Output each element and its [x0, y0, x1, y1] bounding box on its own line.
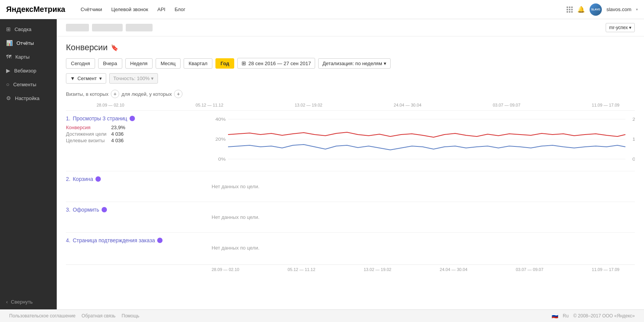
sidebar: ⊞ Сводка 📊 Отчёты 🗺 Карты ▶ Вебвизор ○ С… — [0, 19, 57, 309]
segment-label: Сегмент — [77, 76, 97, 81]
breadcrumb-bar: mr-успех ▾ — [57, 19, 644, 36]
account-select[interactable]: mr-успех ▾ — [606, 23, 635, 32]
add-filter-button[interactable]: + — [111, 90, 119, 98]
sidebar-item-karty[interactable]: 🗺 Карты — [0, 50, 57, 64]
collapse-button[interactable]: ‹ Свернуть — [6, 299, 51, 305]
goal-item-3: 3. Оформить Нет данных по цели. — [66, 202, 635, 232]
footer: Пользовательское соглашение Обратная свя… — [0, 309, 644, 322]
sidebar-item-segmenty[interactable]: ○ Сегменты — [0, 77, 57, 91]
no-data-text: Нет данных по цели. — [212, 237, 635, 258]
goal-no-data-2: Нет данных по цели. — [212, 176, 635, 197]
x-label-bottom: 24.04 — 30.04 — [440, 267, 467, 272]
accuracy-label: Точность: 100% — [113, 76, 150, 81]
report-area: Конверсии 🔖 Сегодня Вчера Неделя Месяц К… — [57, 36, 644, 309]
grid-dot — [571, 9, 573, 10]
map-icon: 🗺 — [6, 54, 12, 60]
x-label-bottom: 05.12 — 11.12 — [288, 267, 315, 272]
notifications-icon[interactable]: 🔔 — [577, 6, 585, 13]
avatar: SLAVO — [590, 3, 602, 16]
goal-number: 4. — [66, 237, 71, 243]
x-label: 13.02 — 19.02 — [295, 103, 322, 107]
date-range-picker[interactable]: ⊞ 28 сен 2016 — 27 сен 2017 — [237, 58, 315, 69]
detail-select[interactable]: Детализация: по неделям ▾ — [318, 58, 391, 69]
user-name[interactable]: slavos.com — [606, 7, 631, 12]
nav-blog[interactable]: Блог — [174, 7, 185, 12]
svg-text:200: 200 — [632, 117, 635, 122]
nav-links: Счётчики Целевой звонок API Блог — [80, 7, 567, 12]
period-quarter[interactable]: Квартал — [184, 58, 212, 69]
footer-help[interactable]: Помощь — [122, 313, 139, 319]
footer-copyright: © 2008–2017 ООО «Яндекс» — [573, 313, 635, 319]
goal-title-1[interactable]: 1. Просмотры 3 страниц — [66, 115, 204, 122]
grid-dot — [571, 11, 573, 13]
period-year[interactable]: Год — [215, 58, 234, 69]
chevron-down-icon[interactable]: ▾ — [636, 7, 638, 12]
goal-left-2: 2. Корзина — [66, 176, 212, 185]
period-yesterday[interactable]: Вчера — [98, 58, 122, 69]
footer-agreement[interactable]: Пользовательское соглашение — [9, 313, 76, 319]
sidebar-item-nastrojka[interactable]: ⚙ Настройка — [0, 91, 57, 105]
segment-row: ▼ Сегмент ▾ Точность: 100% ▾ — [66, 73, 635, 84]
logo-metrika: Метрика — [33, 5, 65, 13]
accuracy-button[interactable]: Точность: 100% ▾ — [109, 73, 158, 84]
grid-dot — [569, 11, 570, 13]
period-month[interactable]: Месяц — [156, 58, 181, 69]
goal-item-2: 2. Корзина Нет данных по цели. — [66, 171, 635, 202]
goal-left-3: 3. Оформить — [66, 207, 212, 216]
chevron-down-icon: ▾ — [384, 61, 386, 66]
play-icon: ▶ — [6, 67, 10, 74]
goal-item-4: 4. Страница подтверждения заказа Нет дан… — [66, 232, 635, 263]
filter2-label: для людей, у которых — [122, 91, 172, 97]
x-label-bottom: 11.09 — 17.09 — [592, 267, 619, 272]
sidebar-item-otchety[interactable]: 📊 Отчёты — [0, 36, 57, 50]
nav-counters[interactable]: Счётчики — [80, 7, 102, 12]
red-line — [228, 132, 626, 137]
x-label: 03.07 — 09.07 — [493, 103, 520, 107]
footer-lang[interactable]: Ru — [563, 313, 568, 319]
x-label-bottom: 13.02 — 19.02 — [364, 267, 391, 272]
x-label-bottom: 03.07 — 09.07 — [516, 267, 543, 272]
svg-text:0: 0 — [632, 157, 635, 162]
footer-links: Пользовательское соглашение Обратная свя… — [9, 313, 140, 319]
date-range-text: 28 сен 2016 — 27 сен 2017 — [248, 61, 311, 66]
segment-button[interactable]: ▼ Сегмент ▾ — [66, 73, 106, 84]
chart-container: 28.09 — 02.10 05.12 — 11.12 13.02 — 19.0… — [66, 101, 635, 273]
footer-feedback[interactable]: Обратная связь — [82, 313, 115, 319]
sidebar-item-svodka[interactable]: ⊞ Сводка — [0, 22, 57, 36]
grid-dot — [571, 7, 573, 8]
goal-number: 1. — [66, 115, 71, 122]
no-data-text: Нет данных по цели. — [212, 176, 635, 197]
grid-dot — [567, 11, 568, 13]
sidebar-item-label: Вебвизор — [14, 68, 36, 74]
nav-calls[interactable]: Целевой звонок — [111, 7, 148, 12]
add-filter2-button[interactable]: + — [174, 90, 182, 98]
sidebar-item-vebvizor[interactable]: ▶ Вебвизор — [0, 64, 57, 77]
goal-number: 2. — [66, 176, 71, 182]
account-name: mr-успех ▾ — [609, 25, 631, 30]
goal-left-1: 1. Просмотры 3 страниц Конверсия 23,9% Д… — [66, 115, 212, 143]
stat-value: 23,9% — [111, 125, 204, 130]
footer-right: 🇷🇺 Ru © 2008–2017 ООО «Яндекс» — [552, 313, 635, 319]
grid-dot — [569, 9, 570, 10]
period-week[interactable]: Неделя — [125, 58, 153, 69]
bookmark-icon[interactable]: 🔖 — [111, 44, 118, 51]
period-today[interactable]: Сегодня — [66, 58, 95, 69]
x-label-bottom: 28.09 — 02.10 — [212, 267, 239, 272]
avatar-text: SLAVO — [591, 8, 600, 11]
goal-badge — [102, 207, 107, 212]
logo: ЯндексМетрика — [6, 5, 65, 14]
chart-icon: 📊 — [6, 40, 13, 46]
goal-title-4[interactable]: 4. Страница подтверждения заказа — [66, 237, 204, 243]
breadcrumb — [66, 24, 153, 31]
goal-stats-1: Конверсия 23,9% Достижения цели 4 036 Це… — [66, 125, 204, 143]
svg-text:100: 100 — [632, 137, 635, 142]
goal-item-1: 1. Просмотры 3 страниц Конверсия 23,9% Д… — [66, 110, 635, 171]
goal-title-3[interactable]: 3. Оформить — [66, 207, 204, 213]
grid-dot — [567, 9, 568, 10]
x-label: 28.09 — 02.10 — [97, 103, 124, 107]
nav-api[interactable]: API — [157, 7, 165, 12]
goal-no-data-4: Нет данных по цели. — [212, 237, 635, 258]
apps-icon[interactable] — [567, 7, 573, 13]
goal-title-2[interactable]: 2. Корзина — [66, 176, 204, 182]
goals-list: 1. Просмотры 3 страниц Конверсия 23,9% Д… — [66, 110, 635, 263]
